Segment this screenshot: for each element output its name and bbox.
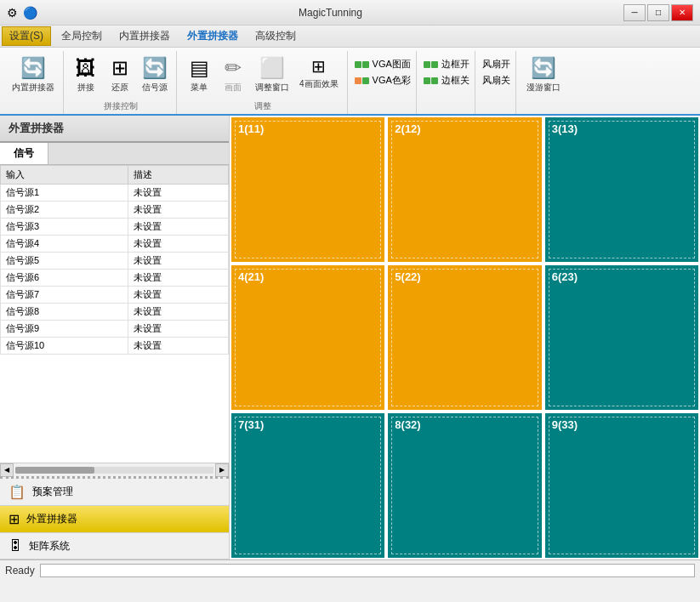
cell-dashed-border — [549, 417, 695, 554]
signal-desc-cell: 未设置 — [128, 304, 228, 321]
nav-outer-splicer-label: 外置拼接器 — [26, 512, 77, 526]
menu-settings[interactable]: 设置(S) — [2, 26, 51, 46]
ribbon-group-border: 边框开 边框关 — [418, 51, 475, 114]
close-button[interactable]: ✕ — [671, 4, 693, 21]
cell-dashed-border — [549, 121, 695, 258]
border-on-row[interactable]: 边框开 — [424, 58, 470, 71]
border-off-row[interactable]: 边框关 — [424, 74, 470, 87]
nav-outer-splicer[interactable]: ⊞ 外置拼接器 — [0, 506, 229, 533]
status-bar: Ready — [0, 559, 700, 580]
splice-button[interactable]: 🖼 拼接 — [71, 54, 101, 95]
splice-control-label: 拼接控制 — [104, 100, 138, 114]
menu-outer[interactable]: 外置拼接器 — [179, 26, 247, 46]
signal-desc-cell: 未设置 — [128, 287, 228, 304]
signal-input-cell: 信号源2 — [1, 202, 128, 219]
table-row[interactable]: 信号源1未设置 — [1, 185, 229, 202]
cell-label: 5(22) — [395, 270, 420, 283]
signal-source-button[interactable]: 🔄 信号源 — [139, 54, 171, 95]
grid-cell-c4[interactable]: 4(21) — [230, 264, 386, 412]
panel-title: 外置拼接器 — [0, 116, 229, 143]
restore-button[interactable]: ⊞ 还原 — [105, 54, 135, 95]
tab-signal[interactable]: 信号 — [0, 143, 48, 164]
cell-dashed-border — [391, 269, 538, 406]
resize-window-label: 调整窗口 — [255, 82, 289, 94]
title-bar: ⚙ 🔵 MagicTunning ─ □ ✕ — [0, 0, 700, 26]
table-row[interactable]: 信号源9未设置 — [1, 321, 229, 338]
signal-source-icon: 🔄 — [142, 56, 168, 80]
table-row[interactable]: 信号源3未设置 — [1, 219, 229, 236]
vga-image-label: VGA图面 — [373, 58, 411, 71]
draw-icon: ✏ — [225, 56, 242, 80]
grid-cell-c9[interactable]: 9(33) — [543, 412, 700, 559]
draw-button[interactable]: ✏ 画面 — [218, 54, 248, 95]
grid-cell-c6[interactable]: 6(23) — [543, 264, 700, 412]
signal-desc-cell: 未设置 — [128, 338, 228, 355]
nav-outer-splicer-icon: ⊞ — [9, 511, 20, 527]
menu-advanced[interactable]: 高级控制 — [247, 26, 304, 46]
four-screen-icon: ⊞ — [311, 56, 326, 77]
vga-color-row[interactable]: VGA色彩 — [355, 74, 411, 87]
scroll-track[interactable] — [15, 467, 213, 474]
ribbon: 🔄 内置拼接器 🖼 拼接 ⊞ 还原 🔄 信号源 拼接控制 ▤ — [0, 48, 700, 116]
table-row[interactable]: 信号源6未设置 — [1, 270, 229, 287]
nav-matrix[interactable]: 🎛 矩阵系统 — [0, 533, 229, 559]
cell-dashed-border — [235, 121, 381, 258]
cell-dashed-border — [235, 417, 381, 554]
table-row[interactable]: 信号源7未设置 — [1, 287, 229, 304]
ribbon-group-fan: 风扇开 风扇关 — [477, 51, 516, 114]
roam-window-button[interactable]: 🔄 漫游窗口 — [523, 54, 564, 95]
menu-inner[interactable]: 内置拼接器 — [111, 26, 179, 46]
horizontal-scrollbar[interactable]: ◀ ▶ — [0, 463, 229, 476]
cell-dashed-border — [391, 417, 538, 554]
col-input: 输入 — [1, 166, 128, 185]
menu-global[interactable]: 全局控制 — [53, 26, 111, 46]
grid-cell-c1[interactable]: 1(11) — [230, 116, 386, 264]
nav-preset[interactable]: 📋 预案管理 — [0, 479, 229, 506]
minimize-button[interactable]: ─ — [623, 4, 646, 21]
grid-cell-c7[interactable]: 7(31) — [230, 412, 386, 559]
nav-preset-label: 预案管理 — [32, 485, 73, 499]
menu-button[interactable]: ▤ 菜单 — [184, 54, 214, 95]
cell-label: 6(23) — [552, 270, 578, 283]
table-row[interactable]: 信号源4未设置 — [1, 236, 229, 253]
roam-window-label: 漫游窗口 — [526, 82, 561, 94]
scroll-thumb — [15, 467, 94, 474]
inner-splicer-button[interactable]: 🔄 内置拼接器 — [9, 54, 58, 95]
signal-input-cell: 信号源10 — [1, 338, 128, 355]
signal-desc-cell: 未设置 — [128, 219, 228, 236]
signal-input-cell: 信号源5 — [1, 253, 128, 270]
resize-window-icon: ⬜ — [259, 56, 285, 80]
table-row[interactable]: 信号源2未设置 — [1, 202, 229, 219]
fan-on-label: 风扇开 — [482, 58, 510, 71]
border-dot1 — [424, 61, 430, 68]
splice-label: 拼接 — [77, 82, 94, 94]
nav-matrix-icon: 🎛 — [9, 538, 22, 554]
signal-input-cell: 信号源9 — [1, 321, 128, 338]
scroll-right-button[interactable]: ▶ — [215, 463, 229, 477]
grid-cell-c8[interactable]: 8(32) — [386, 412, 543, 559]
window-title: MagicTunning — [37, 7, 623, 19]
grid-cell-c5[interactable]: 5(22) — [386, 264, 543, 412]
fan-off-row[interactable]: 风扇关 — [482, 74, 510, 87]
vga-dot3 — [355, 77, 361, 84]
signal-desc-cell: 未设置 — [128, 236, 228, 253]
status-text: Ready — [5, 565, 35, 576]
fan-on-row[interactable]: 风扇开 — [482, 58, 510, 71]
maximize-button[interactable]: □ — [647, 4, 669, 21]
table-row[interactable]: 信号源8未设置 — [1, 304, 229, 321]
scroll-left-button[interactable]: ◀ — [0, 463, 14, 477]
four-screen-label: 4画面效果 — [299, 78, 339, 90]
grid-cell-c2[interactable]: 2(12) — [386, 116, 543, 264]
vga-image-row[interactable]: VGA图面 — [355, 58, 411, 71]
grid-cell-c3[interactable]: 3(13) — [543, 116, 700, 264]
table-row[interactable]: 信号源5未设置 — [1, 253, 229, 270]
resize-window-button[interactable]: ⬜ 调整窗口 — [252, 54, 293, 95]
status-input[interactable] — [40, 564, 695, 577]
main-content: 外置拼接器 信号 输入 描述 信号源1未设置信号源2未设置信号源3未设置信号源4… — [0, 116, 700, 559]
signal-desc-cell: 未设置 — [128, 202, 228, 219]
cell-dashed-border — [391, 121, 538, 258]
four-screen-button[interactable]: ⊞ 4画面效果 — [296, 54, 342, 92]
menu-bar: 设置(S) 全局控制 内置拼接器 外置拼接器 高级控制 — [0, 26, 700, 48]
inner-splicer-icon: 🔄 — [20, 56, 46, 80]
table-row[interactable]: 信号源10未设置 — [1, 338, 229, 355]
